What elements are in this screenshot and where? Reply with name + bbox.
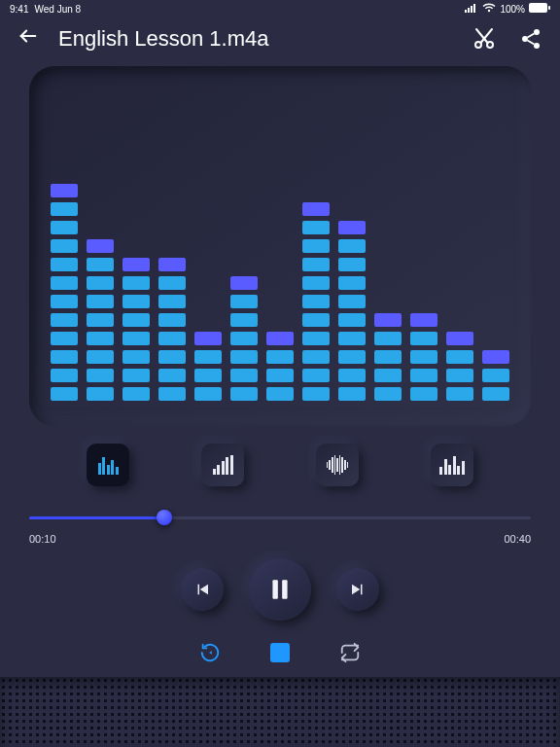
svg-rect-0 [465, 10, 467, 13]
viz-mode-levels-icon[interactable] [201, 444, 244, 486]
visualizer-modes [51, 444, 509, 486]
svg-rect-3 [473, 4, 475, 13]
svg-point-4 [488, 10, 490, 12]
svg-rect-5 [529, 3, 547, 13]
repeat-button[interactable] [339, 642, 361, 663]
status-bar: 9:41 Wed Jun 8 100% [0, 0, 560, 18]
header: English Lesson 1.m4a [0, 18, 560, 66]
svg-rect-12 [272, 580, 277, 599]
secondary-controls [0, 642, 560, 663]
battery-icon [529, 3, 550, 15]
svg-rect-13 [282, 580, 287, 599]
page-title: English Lesson 1.m4a [58, 26, 453, 52]
viz-mode-waveform-icon[interactable] [316, 444, 359, 486]
previous-button[interactable] [181, 568, 224, 611]
battery-pct: 100% [500, 4, 525, 15]
viz-mode-spectrum-icon[interactable] [431, 444, 473, 486]
back-button[interactable] [18, 25, 39, 53]
trim-button[interactable] [472, 27, 496, 51]
speed-button[interactable] [199, 642, 221, 663]
svg-rect-6 [548, 6, 550, 10]
signal-icon [465, 3, 478, 15]
viz-mode-bars-icon[interactable] [87, 444, 129, 486]
stop-button[interactable] [269, 642, 291, 663]
svg-rect-2 [471, 6, 472, 13]
status-date: Wed Jun 8 [34, 4, 81, 15]
next-button[interactable] [336, 568, 379, 611]
playback-controls [0, 558, 560, 621]
share-button[interactable] [519, 27, 542, 51]
scrubber[interactable]: 00:10 00:40 [29, 510, 531, 545]
equalizer-visualizer [29, 66, 531, 426]
svg-point-11 [534, 43, 540, 49]
pause-button[interactable] [249, 558, 311, 621]
total-time: 00:40 [504, 533, 531, 545]
status-time: 9:41 [10, 4, 28, 15]
speaker-grill [0, 677, 560, 747]
svg-rect-1 [468, 8, 470, 13]
svg-point-10 [522, 36, 528, 42]
elapsed-time: 00:10 [29, 533, 56, 545]
wifi-icon [482, 3, 496, 15]
svg-point-9 [534, 29, 540, 35]
